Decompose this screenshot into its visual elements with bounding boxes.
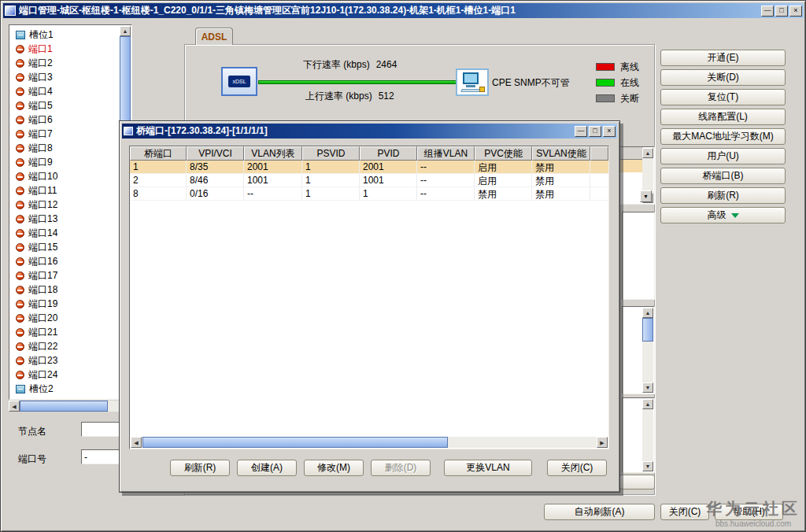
scroll-up-icon[interactable]: ▲: [642, 308, 653, 318]
help-button[interactable]: 帮助(H): [715, 504, 783, 520]
maximize-icon[interactable]: □: [775, 6, 788, 17]
scrollbar-thumb[interactable]: [142, 437, 448, 448]
scroll-up-icon[interactable]: ▲: [642, 399, 653, 409]
tree-item-label: 端口20: [28, 312, 57, 325]
legend-color-swatch: [596, 63, 615, 71]
tree-item-端口18[interactable]: 端口18: [10, 283, 120, 297]
port-icon: [16, 243, 24, 252]
minimize-icon[interactable]: —: [761, 6, 774, 17]
main-close-button[interactable]: 关闭(C): [660, 504, 709, 520]
tree-item-端口15[interactable]: 端口15: [10, 240, 120, 254]
tree-item-label: 端口23: [28, 354, 57, 368]
scrollbar-thumb[interactable]: [642, 318, 653, 342]
scrollbar-thumb[interactable]: [20, 401, 108, 412]
table-row[interactable]: 18/35200112001--启用禁用: [130, 161, 608, 174]
scroll-up-icon[interactable]: ▲: [642, 148, 653, 158]
bridge-port-button[interactable]: 桥端口(B): [660, 168, 786, 184]
port-icon: [16, 257, 24, 266]
dialog-change-vlan-button[interactable]: 更换VLAN: [444, 460, 532, 476]
close-icon[interactable]: ×: [789, 6, 802, 17]
tree-item-端口8[interactable]: 端口8: [10, 141, 120, 155]
application-window: 端口管理-城区-枢纽楼-1-枢纽楼-1_C220_0/1/1-三角镇梅塘管理区宫…: [0, 0, 806, 532]
tree-item-端口5[interactable]: 端口5: [10, 98, 120, 113]
dialog-minimize-icon[interactable]: —: [575, 126, 587, 137]
column-header-1[interactable]: 桥端口: [130, 146, 187, 161]
shutdown-button[interactable]: 关断(D): [660, 69, 786, 86]
column-header-6[interactable]: 组播VLAN: [417, 146, 475, 161]
tree-item-端口7[interactable]: 端口7: [10, 127, 120, 141]
table-cell: 2001: [244, 161, 302, 173]
background-panel-fragment: [622, 212, 655, 300]
tree-item-端口11[interactable]: 端口11: [10, 183, 120, 198]
tree-item-端口12[interactable]: 端口12: [10, 198, 120, 212]
dialog-close-icon[interactable]: ×: [603, 126, 616, 137]
fragment-scrollbar[interactable]: ▲ ▼: [642, 308, 653, 393]
combo-dropdown-icon[interactable]: ▼: [640, 190, 652, 202]
tree-item-端口23[interactable]: 端口23: [10, 353, 120, 368]
fragment-selected-row: [620, 160, 643, 172]
dialog-modify-button[interactable]: 修改(M): [304, 460, 364, 476]
tree-panel: 槽位1端口1端口2端口3端口4端口5端口6端口7端口8端口9端口10端口11端口…: [9, 24, 132, 400]
tree-item-端口4[interactable]: 端口4: [10, 84, 120, 98]
scroll-down-icon[interactable]: ▼: [642, 461, 653, 471]
fragment-scrollbar[interactable]: ▲ ▼: [642, 399, 653, 471]
tree-item-端口22[interactable]: 端口22: [10, 339, 120, 353]
scroll-right-icon[interactable]: ▶: [597, 437, 608, 448]
tree-item-端口16[interactable]: 端口16: [10, 254, 120, 268]
table-cell: 1001: [244, 174, 302, 187]
auto-refresh-button[interactable]: 自动刷新(A): [544, 504, 655, 520]
line-config-button[interactable]: 线路配置(L): [660, 109, 786, 125]
tree-horizontal-scrollbar[interactable]: ◀ ▶: [9, 401, 132, 412]
tree-item-端口10[interactable]: 端口10: [10, 169, 120, 183]
user-button[interactable]: 用户(U): [660, 148, 786, 164]
tab-adsl[interactable]: ADSL: [195, 28, 233, 45]
scroll-left-icon[interactable]: ◀: [9, 401, 20, 412]
scroll-down-icon[interactable]: ▼: [642, 382, 653, 393]
watermark-line2: bbs.huaweicloud.com: [706, 519, 800, 528]
column-header-4[interactable]: PSVID: [302, 146, 360, 161]
column-header-2[interactable]: VPI/VCI: [187, 146, 244, 161]
tree-item-label: 端口1: [28, 42, 53, 56]
tree-item-槽位2[interactable]: 槽位2: [10, 382, 120, 396]
tree-item-端口21[interactable]: 端口21: [10, 325, 120, 339]
button-label: 复位(T): [708, 91, 738, 104]
max-mac-learning-button[interactable]: 最大MAC地址学习数(M): [660, 128, 786, 145]
table-cell: 2: [130, 174, 187, 187]
tree-item-端口3[interactable]: 端口3: [10, 70, 120, 84]
tree-item-label: 端口13: [28, 212, 57, 226]
dialog-create-button[interactable]: 创建(A): [237, 460, 297, 476]
tree-item-端口20[interactable]: 端口20: [10, 311, 120, 325]
tree-item-端口17[interactable]: 端口17: [10, 268, 120, 283]
table-horizontal-scrollbar[interactable]: ◀ ▶: [131, 437, 608, 448]
tree-item-端口2[interactable]: 端口2: [10, 56, 120, 70]
tree-item-端口13[interactable]: 端口13: [10, 212, 120, 226]
background-list-fragment: ▲ ▼: [622, 306, 655, 394]
column-header-5[interactable]: PVID: [360, 146, 417, 161]
tree-item-端口14[interactable]: 端口14: [10, 226, 120, 240]
advanced-button[interactable]: 高级: [660, 207, 786, 224]
open-button[interactable]: 开通(E): [660, 50, 786, 66]
column-header-3[interactable]: VLAN列表: [244, 146, 302, 161]
tree-item-label: 端口15: [28, 241, 57, 254]
window-titlebar[interactable]: 端口管理-城区-枢纽楼-1-枢纽楼-1_C220_0/1/1-三角镇梅塘管理区宫…: [3, 3, 804, 18]
table-row[interactable]: 28/46100111001--启用禁用: [130, 174, 608, 187]
dialog-maximize-icon[interactable]: □: [589, 126, 601, 137]
tree-item-端口24[interactable]: 端口24: [10, 368, 120, 382]
refresh-button[interactable]: 刷新(R): [660, 187, 786, 204]
tree-item-端口1[interactable]: 端口1: [10, 42, 120, 56]
tree-item-槽位1[interactable]: 槽位1: [10, 28, 120, 42]
tree-item-端口19[interactable]: 端口19: [10, 297, 120, 311]
tree-item-label: 端口14: [28, 227, 57, 240]
dialog-close-button[interactable]: 关闭(C): [547, 460, 607, 476]
tree-item-端口6[interactable]: 端口6: [10, 113, 120, 127]
tree-item-端口9[interactable]: 端口9: [10, 155, 120, 169]
dialog-refresh-button[interactable]: 刷新(R): [170, 460, 230, 476]
reset-button[interactable]: 复位(T): [660, 89, 786, 105]
scroll-up-icon[interactable]: ▲: [120, 26, 131, 36]
table-row[interactable]: 80/16--11--禁用禁用: [130, 187, 608, 201]
scroll-left-icon[interactable]: ◀: [131, 437, 142, 448]
column-header-8[interactable]: SVLAN使能: [532, 146, 590, 161]
dialog-titlebar[interactable]: 桥端口-[172.30.38.24]-[1/1/1/1] — □ ×: [122, 124, 617, 139]
cpe-status-dot-icon: [479, 87, 485, 92]
column-header-7[interactable]: PVC使能: [475, 146, 532, 161]
